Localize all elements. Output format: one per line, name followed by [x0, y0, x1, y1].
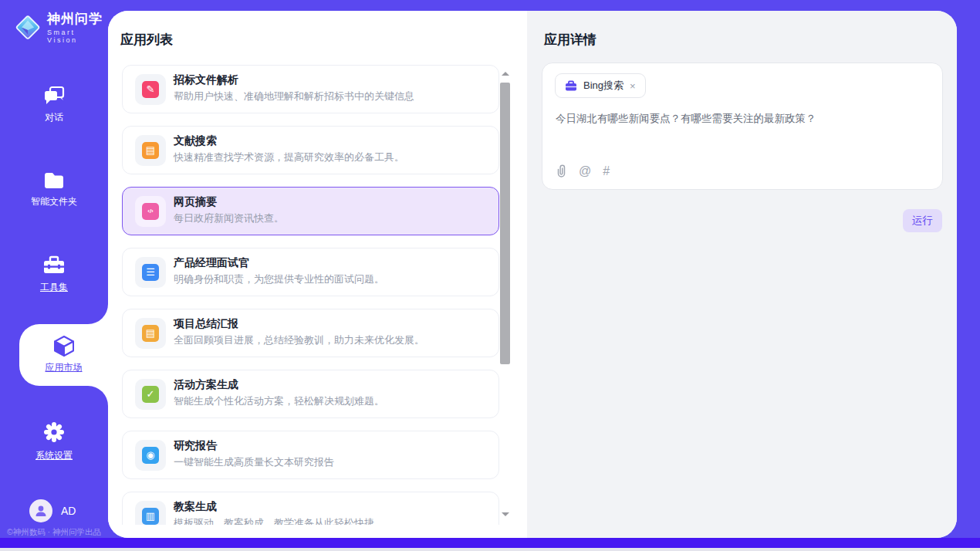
gear-icon: [42, 420, 66, 445]
app-card-list: ✎ 招标文件解析 帮助用户快速、准确地理解和解析招标书中的关键信息 ▤ 文献搜索…: [122, 65, 499, 525]
browser-code-icon: ‹/›: [142, 203, 159, 220]
app-icon-box: ☰: [135, 257, 166, 288]
app-icon-box: ✓: [135, 379, 166, 410]
sidebar-item-label: 工具集: [0, 281, 108, 294]
tool-tag-bing-search[interactable]: Bing搜索 ×: [555, 73, 646, 98]
scroll-up-arrow-icon[interactable]: [502, 72, 509, 76]
app-window: 神州问学 Smart Vision 对话 智能文件夹: [0, 0, 980, 551]
chat-icon: [42, 85, 66, 106]
brand-name: 神州问学: [47, 10, 108, 28]
app-icon-box: ▤: [135, 135, 166, 166]
bottom-accent-bar: [0, 538, 980, 548]
mention-icon[interactable]: @: [579, 164, 591, 178]
run-button[interactable]: 运行: [903, 209, 942, 232]
sidebar-item-smart-folder[interactable]: 智能文件夹: [0, 171, 108, 208]
scrollbar-thumb[interactable]: [500, 83, 510, 364]
edit-document-icon: ✎: [142, 81, 159, 98]
app-card-desc: 每日政府新闻资讯快查。: [174, 211, 284, 225]
query-input[interactable]: 今日湖北有哪些新闻要点？有哪些需要关注的最新政策？: [556, 112, 926, 126]
sidebar-item-toolset[interactable]: 工具集: [0, 255, 108, 294]
app-icon-box: ▥: [135, 501, 166, 525]
research-lens-icon: ◉: [142, 447, 159, 464]
notepad-icon: ▤: [142, 325, 159, 342]
person-icon: [34, 504, 48, 518]
app-icon-box: ◉: [135, 440, 166, 471]
main-content: 应用列表 ✎ 招标文件解析 帮助用户快速、准确地理解和解析招标书中的关键信息 ▤…: [108, 11, 957, 538]
copyright-text: ©神州数码 · 神州问学出品: [0, 527, 108, 538]
tool-tag-label: Bing搜索: [583, 79, 623, 93]
cube-icon: [52, 333, 76, 358]
app-card-desc: 智能生成个性化活动方案，轻松解决规划难题。: [174, 394, 384, 408]
app-card[interactable]: ☰ 产品经理面试官 明确身份和职责，为您提供专业性的面试问题。: [122, 248, 499, 296]
brand-subtitle: Smart Vision: [47, 29, 108, 44]
app-card-title: 教案生成: [174, 500, 217, 514]
app-detail-title: 应用详情: [544, 31, 596, 49]
app-card-desc: 一键智能生成高质量长文本研究报告: [174, 455, 334, 469]
sidebar-item-settings[interactable]: 系统设置: [0, 420, 108, 462]
app-card[interactable]: ◉ 研究报告 一键智能生成高质量长文本研究报告: [122, 431, 499, 479]
brand-logo[interactable]: 神州问学 Smart Vision: [14, 10, 108, 44]
active-item-top-curve: [88, 304, 108, 324]
app-card[interactable]: ▥ 教案生成 模板驱动，教案秒成，教学准备从此轻松快捷: [122, 492, 499, 525]
app-card[interactable]: ▤ 文献搜索 快速精准查找学术资源，提高研究效率的必备工具。: [122, 126, 499, 174]
app-card-title: 研究报告: [174, 439, 217, 453]
active-item-bottom-curve: [88, 386, 108, 406]
app-card-title: 活动方案生成: [174, 378, 238, 392]
app-icon-box: ✎: [135, 74, 166, 105]
hash-icon[interactable]: #: [603, 164, 610, 178]
app-card-desc: 模板驱动，教案秒成，教学准备从此轻松快捷: [174, 516, 374, 525]
books-icon: ▥: [142, 508, 159, 525]
tag-close-icon[interactable]: ×: [630, 81, 636, 91]
app-list-panel: 应用列表 ✎ 招标文件解析 帮助用户快速、准确地理解和解析招标书中的关键信息 ▤…: [108, 11, 527, 538]
scroll-down-arrow-icon[interactable]: [502, 512, 509, 516]
app-card[interactable]: ✎ 招标文件解析 帮助用户快速、准确地理解和解析招标书中的关键信息: [122, 65, 499, 113]
app-input-card: Bing搜索 × 今日湖北有哪些新闻要点？有哪些需要关注的最新政策？ @ #: [542, 63, 943, 190]
sidebar-item-app-market[interactable]: 应用市场: [19, 324, 108, 386]
sidebar-item-label: 智能文件夹: [0, 195, 108, 208]
folder-icon: [42, 171, 66, 191]
list-scrollbar[interactable]: [500, 64, 510, 526]
app-card-desc: 全面回顾项目进展，总结经验教训，助力未来优化发展。: [174, 333, 424, 347]
sidebar: 神州问学 Smart Vision 对话 智能文件夹: [0, 0, 108, 538]
app-card-title: 招标文件解析: [174, 73, 238, 87]
app-list-title: 应用列表: [120, 31, 173, 49]
composer-toolbar: @ #: [556, 164, 610, 178]
app-card[interactable]: ▤ 项目总结汇报 全面回顾项目进展，总结经验教训，助力未来优化发展。: [122, 309, 499, 357]
app-card-desc: 帮助用户快速、准确地理解和解析招标书中的关键信息: [174, 90, 414, 103]
app-detail-panel: 应用详情 Bing搜索 × 今日湖北有哪些新闻要点？有哪些需要关注的最新政策？: [527, 11, 957, 538]
app-card-title: 网页摘要: [174, 195, 217, 209]
sidebar-item-label: 应用市场: [19, 361, 108, 374]
user-initials: AD: [61, 505, 76, 517]
app-card-desc: 快速精准查找学术资源，提高研究效率的必备工具。: [174, 150, 404, 164]
avatar: [29, 499, 52, 522]
app-card-title: 文献搜索: [174, 134, 217, 148]
app-card[interactable]: ✓ 活动方案生成 智能生成个性化活动方案，轻松解决规划难题。: [122, 370, 499, 418]
app-card[interactable]: ‹/› 网页摘要 每日政府新闻资讯快查。: [122, 187, 499, 235]
clipboard-check-icon: ✓: [142, 386, 159, 403]
sidebar-item-chat[interactable]: 对话: [0, 85, 108, 124]
app-card-desc: 明确身份和职责，为您提供专业性的面试问题。: [174, 272, 384, 286]
app-icon-box: ▤: [135, 318, 166, 349]
briefcase-icon: [565, 80, 577, 92]
diamond-logo-icon: [14, 13, 42, 42]
attachment-icon[interactable]: [556, 164, 567, 178]
resume-person-icon: ☰: [142, 264, 159, 281]
user-account[interactable]: AD: [29, 499, 76, 522]
sidebar-item-label: 对话: [0, 111, 108, 124]
sidebar-item-label: 系统设置: [0, 449, 108, 462]
book-icon: ▤: [142, 142, 159, 159]
app-card-title: 项目总结汇报: [174, 317, 238, 331]
toolbox-icon: [42, 255, 66, 276]
app-icon-box: ‹/›: [135, 196, 166, 227]
app-card-title: 产品经理面试官: [174, 256, 249, 270]
